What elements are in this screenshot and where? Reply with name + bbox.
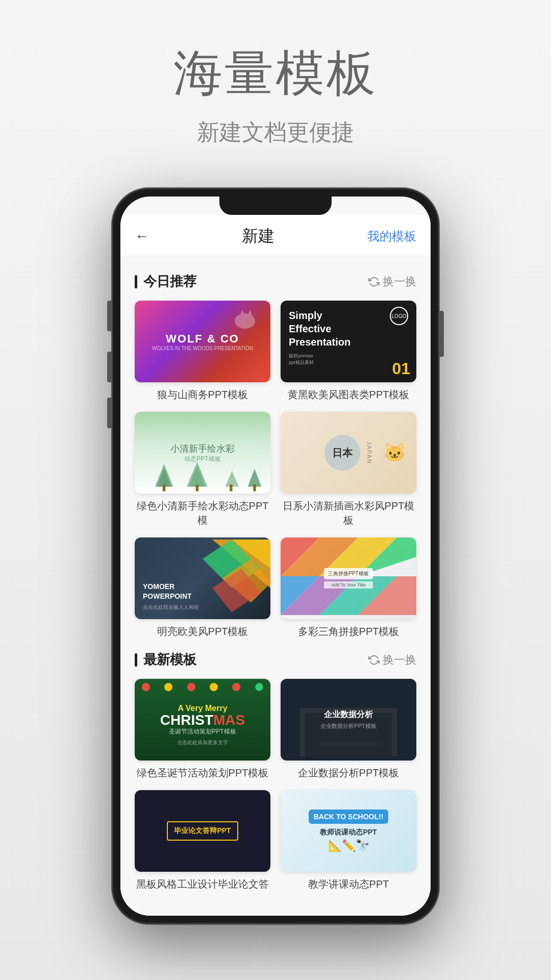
christmas-line3: 圣诞节活动策划PPT模板 [160,727,245,736]
watercolor-title: 小清新手绘水彩 [170,443,235,455]
svg-marker-1 [240,310,245,316]
my-templates-button[interactable]: 我的模板 [367,228,416,244]
christmas-ornaments [135,683,270,691]
japan-text: JAPAN [366,442,372,464]
simply-credit: 版权yomoerppt精品素材 [289,353,350,366]
notch [219,197,332,215]
christmas-thumbnail: A Very Merry CHRISTMAS 圣诞节活动策划PPT模板 点击此处… [135,679,270,761]
svg-rect-12 [253,484,256,491]
wolf-silhouette [230,306,260,331]
simply-template-name: 黄黑欧美风图表类PPT模板 [281,387,416,402]
svg-marker-8 [248,469,262,486]
simply-logo: LOGO [390,307,408,325]
svg-marker-7 [225,471,239,487]
template-japan[interactable]: 日本 JAPAN 🐱 日系小清新插画水彩风PPT模板 [281,412,416,527]
volume-up-button [107,352,111,382]
main-content: 今日推荐 换一换 [120,256,431,916]
refresh-icon [368,276,380,287]
yomoer-thumbnail: YOMOER POWERPOINT 点击此处双击输入人和组 [135,537,270,619]
latest-template-grid: A Very Merry CHRISTMAS 圣诞节活动策划PPT模板 点击此处… [135,679,416,891]
christmas-main: CHRISTMAS [160,713,245,727]
watercolor-template-name: 绿色小清新手绘水彩动态PPT模 [135,499,270,527]
yomoer-brand: YOMOER [143,582,262,592]
today-section-header: 今日推荐 换一换 [135,273,416,290]
svg-rect-11 [230,484,232,491]
today-refresh-button[interactable]: 换一换 [368,274,416,289]
graduation-template-name: 黑板风格工业设计毕业论文答 [135,877,270,891]
simply-number: 01 [392,359,410,378]
triangle-template-name: 多彩三角拼接PPT模板 [281,624,416,639]
teacher-icons: 📐✏️🔭 [309,839,389,852]
triangle-overlay: 三角拼接PPT模板 Add To Your Title [324,568,372,589]
template-christmas[interactable]: A Very Merry CHRISTMAS 圣诞节活动策划PPT模板 点击此处… [135,679,270,780]
simply-title-line3: Presentation [289,335,350,349]
template-teacher[interactable]: BACK TO SCHOOL!! 教师说课动态PPT 📐✏️🔭 教学讲课动态PP… [281,790,416,891]
teacher-template-name: 教学讲课动态PPT [281,877,416,891]
watercolor-sub: 动态PPT模板 [170,455,235,463]
template-wolf[interactable]: WOLF & CO WOLVES IN THE WOODS PRESENTATI… [135,301,270,402]
teacher-thumbnail: BACK TO SCHOOL!! 教师说课动态PPT 📐✏️🔭 [281,790,416,872]
svg-rect-10 [196,484,198,491]
enterprise-template-name: 企业数据分析PPT模板 [281,766,416,780]
wolf-brand: WOLF & CO [152,332,253,346]
phone-screen: ← 新建 我的模板 今日推荐 换一换 [120,197,431,916]
template-yomoer[interactable]: YOMOER POWERPOINT 点击此处双击输入人和组 明亮欧美风PPT模板 [135,537,270,639]
watercolor-thumbnail: 小清新手绘水彩 动态PPT模板 [135,412,270,494]
simply-title-line1: Simply [289,309,350,322]
triangle-sub: Add To Your Title [324,581,372,589]
triangle-thumbnail: 三角拼接PPT模板 Add To Your Title [281,537,416,619]
enterprise-title: 企业数据分析 [320,709,376,720]
template-watercolor[interactable]: 小清新手绘水彩 动态PPT模板 绿色小清新手绘水彩动态PPT模 [135,412,270,527]
teacher-badge: BACK TO SCHOOL!! [309,810,389,824]
svg-marker-2 [247,310,253,316]
cat-decoration: 🐱 [383,442,406,463]
simply-title-line2: Effective [289,322,350,335]
screen-content: ← 新建 我的模板 今日推荐 换一换 [120,197,431,916]
graduation-thumbnail: 毕业论文答辩PPT [135,790,270,872]
template-enterprise[interactable]: 企业数据分析 企业数据分析PPT模板 [281,679,416,780]
today-section-title: 今日推荐 [135,273,196,290]
nav-title: 新建 [242,225,274,248]
svg-rect-28 [319,742,378,746]
nav-bar: ← 新建 我的模板 [120,215,431,256]
svg-rect-9 [163,484,165,491]
svg-marker-4 [155,464,173,486]
japan-circle: 日本 [324,435,360,471]
svg-marker-6 [187,462,208,487]
japan-template-name: 日系小清新插画水彩风PPT模板 [281,499,416,527]
back-button[interactable]: ← [135,228,149,244]
japan-thumbnail: 日本 JAPAN 🐱 [281,412,416,494]
latest-refresh-button[interactable]: 换一换 [368,652,416,668]
christmas-footer: 点击此处添加更多文字 [160,739,245,746]
wolf-template-name: 狼与山商务PPT模板 [135,387,270,402]
template-graduation[interactable]: 毕业论文答辩PPT 黑板风格工业设计毕业论文答 [135,790,270,891]
template-simply[interactable]: Simply Effective Presentation 版权yomoerpp… [281,301,416,402]
yomoer-sub: 点击此处双击输入人和组 [143,604,262,611]
yomoer-title: POWERPOINT [143,592,262,602]
enterprise-thumbnail: 企业数据分析 企业数据分析PPT模板 [281,679,416,761]
today-template-grid: WOLF & CO WOLVES IN THE WOODS PRESENTATI… [135,301,416,639]
wolf-thumbnail: WOLF & CO WOLVES IN THE WOODS PRESENTATI… [135,301,270,382]
page-header: 海量模板 新建文档更便捷 [0,0,551,178]
latest-section-title: 最新模板 [135,651,196,669]
latest-section-header: 最新模板 换一换 [135,651,416,669]
simply-thumbnail: Simply Effective Presentation 版权yomoerpp… [281,301,416,382]
teacher-title: 教师说课动态PPT [309,828,389,837]
page-subtitle: 新建文档更便捷 [0,117,551,148]
triangle-title: 三角拼接PPT模板 [324,568,372,579]
latest-refresh-icon [368,654,380,666]
volume-down-button [107,398,111,428]
phone-frame: ← 新建 我的模板 今日推荐 换一换 [112,188,439,924]
christmas-template-name: 绿色圣诞节活动策划PPT模板 [135,766,270,780]
yomoer-template-name: 明亮欧美风PPT模板 [135,624,270,639]
svg-rect-29 [329,746,368,748]
template-triangle[interactable]: 三角拼接PPT模板 Add To Your Title 多彩三角拼接PPT模板 [281,537,416,639]
graduation-title: 毕业论文答辩PPT [167,821,238,841]
enterprise-subtitle: 企业数据分析PPT模板 [320,722,376,730]
phone-mockup: ← 新建 我的模板 今日推荐 换一换 [0,178,551,924]
page-title: 海量模板 [0,41,551,107]
wolf-subtitle: WOLVES IN THE WOODS PRESENTATION [152,346,253,351]
